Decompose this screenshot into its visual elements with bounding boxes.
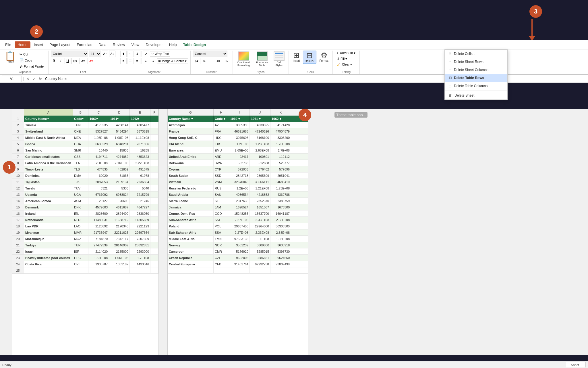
table-cell[interactable] xyxy=(150,223,158,229)
paste-button[interactable]: 📋 Paste xyxy=(3,51,18,64)
table-cell[interactable]: 6635229 xyxy=(88,141,109,147)
menu-developer[interactable]: Developer xyxy=(143,41,165,48)
table-cell[interactable]: CYP xyxy=(214,166,229,172)
table-cell[interactable]: 2.22E+08 xyxy=(130,160,150,166)
align-left-button[interactable]: ≡ xyxy=(120,58,127,64)
table-cell[interactable] xyxy=(150,172,158,179)
col-header-a2[interactable]: A xyxy=(24,109,73,116)
table-cell[interactable]: 4274052 xyxy=(109,154,130,160)
table-cell[interactable]: Tuvalu xyxy=(24,185,73,191)
table-cell[interactable] xyxy=(291,141,308,147)
table-cell[interactable]: 2293000 xyxy=(130,248,150,255)
table-cell[interactable] xyxy=(150,128,158,135)
table-cell[interactable]: 2.38E+08 xyxy=(270,217,291,223)
table-cell[interactable]: 60020 xyxy=(88,172,109,179)
table-cell[interactable] xyxy=(291,154,308,160)
table-cell[interactable] xyxy=(150,255,158,261)
table-cell[interactable]: UGA xyxy=(73,191,88,198)
table-cell[interactable] xyxy=(291,135,308,141)
font-color-button[interactable]: A▾ xyxy=(88,58,95,64)
table-cell[interactable]: FRA xyxy=(214,128,229,135)
table-cell[interactable]: Ghana xyxy=(24,141,73,147)
table-cell[interactable] xyxy=(150,185,158,191)
table-cell[interactable]: Tunisia xyxy=(24,122,73,128)
table-cell[interactable] xyxy=(150,242,158,248)
table-cell[interactable] xyxy=(291,229,308,236)
table-cell[interactable]: 1.26E+08 xyxy=(270,141,291,147)
table-cell[interactable]: CMR xyxy=(214,248,229,255)
table-cell[interactable]: 5330 xyxy=(109,185,130,191)
table-cell[interactable]: 2.1E+08 xyxy=(88,160,109,166)
table-cell[interactable] xyxy=(150,229,158,236)
table-cell[interactable]: 2388759 xyxy=(270,198,291,204)
table-cell[interactable]: Myanmar xyxy=(24,229,73,236)
table-cell[interactable]: 1.08E+08 xyxy=(109,135,130,141)
table-cell[interactable]: 1.23E+08 xyxy=(270,185,291,191)
table-cell[interactable]: 33666111 xyxy=(250,179,270,185)
table-cell[interactable]: TUR xyxy=(73,242,88,248)
table-cell[interactable]: 2221123 xyxy=(130,223,150,229)
table-cell[interactable]: Middle East & North Africa xyxy=(24,135,73,141)
table-cell[interactable]: Denmark xyxy=(24,204,73,210)
table-cell[interactable]: 4362788 xyxy=(270,191,291,198)
table-cell[interactable]: 4579603 xyxy=(88,204,109,210)
col-header-e[interactable]: E xyxy=(130,109,150,116)
table-cell[interactable]: 7215799 xyxy=(130,191,150,198)
increase-indent-button[interactable]: ⇥ xyxy=(150,58,156,64)
menu-table-design[interactable]: Table Design xyxy=(180,41,209,48)
autosum-button[interactable]: Σ AutoSum ▾ xyxy=(335,51,357,55)
table-cell[interactable]: CSS xyxy=(73,154,88,160)
table-cell[interactable]: 5285015 xyxy=(250,248,270,255)
table-cell[interactable]: MMR xyxy=(73,229,88,236)
table-cell[interactable]: Azerbaijan xyxy=(168,122,214,128)
table-cell[interactable]: CRI xyxy=(73,261,88,267)
table-cell[interactable]: 3609800 xyxy=(250,242,270,248)
table-cell[interactable]: Norway xyxy=(168,242,214,248)
table-cell[interactable]: 2317638 xyxy=(229,198,250,204)
percent-button[interactable]: % xyxy=(201,58,207,64)
table-cell[interactable]: 4030325 xyxy=(250,122,270,128)
table-cell[interactable]: ISR xyxy=(73,248,88,255)
table-cell[interactable]: 2.68E+08 xyxy=(250,147,270,154)
table-cell[interactable]: 11805689 xyxy=(130,217,150,223)
table-cell[interactable] xyxy=(150,166,158,172)
table-cell[interactable]: POL xyxy=(214,223,229,229)
table-cell[interactable]: 572933 xyxy=(229,166,250,172)
table-cell[interactable]: 93009498 xyxy=(270,261,291,267)
table-cell[interactable] xyxy=(291,210,308,217)
table-cell[interactable]: 32670048 xyxy=(229,179,250,185)
table-cell[interactable]: 22211626 xyxy=(109,229,130,236)
table-cell[interactable] xyxy=(150,248,158,255)
table-cell[interactable]: ASM xyxy=(73,198,88,204)
table-cell[interactable]: AZE xyxy=(214,122,229,128)
table-cell[interactable]: 1433346 xyxy=(130,261,150,267)
decrease-decimal-button[interactable]: .0- xyxy=(223,58,230,64)
table-cell[interactable]: TMN xyxy=(214,236,229,242)
table-cell[interactable]: Costa Rica xyxy=(24,261,73,267)
table-cell[interactable]: 1381187 xyxy=(109,261,130,267)
table-cell[interactable]: VNM xyxy=(214,179,229,185)
table-cell[interactable]: SSA xyxy=(214,229,229,236)
table-cell[interactable] xyxy=(150,154,158,160)
table-cell[interactable]: 4611687 xyxy=(109,204,130,210)
table-cell[interactable]: COD xyxy=(214,210,229,217)
table-cell[interactable] xyxy=(291,198,308,204)
table-cell[interactable]: 502733 xyxy=(229,160,250,166)
table-cell[interactable]: TLA xyxy=(73,160,88,166)
table-cell[interactable]: 7184870 xyxy=(88,236,109,242)
table-cell[interactable]: SAU xyxy=(214,191,229,198)
table-cell[interactable]: SSD xyxy=(214,172,229,179)
table-cell[interactable] xyxy=(150,236,158,242)
table-cell[interactable]: 3581239 xyxy=(229,242,250,248)
format-painter-button[interactable]: 🖌 Format Painter xyxy=(18,64,46,69)
table-cell[interactable]: 61978 xyxy=(130,172,150,179)
table-cell[interactable]: 3895398 xyxy=(229,122,250,128)
table-cell[interactable]: 6848291 xyxy=(109,141,130,147)
delete-sheet-rows-item[interactable]: ⊟ Delete Sheet Rows xyxy=(445,58,507,66)
table-cell[interactable]: 16041187 xyxy=(270,210,291,217)
table-cell[interactable]: 5573815 xyxy=(130,128,150,135)
table-cell[interactable]: 2895609 xyxy=(250,172,270,179)
currency-button[interactable]: $▾ xyxy=(193,58,200,64)
table-cell[interactable]: France xyxy=(168,128,214,135)
table-cell[interactable]: 100801 xyxy=(250,154,270,160)
